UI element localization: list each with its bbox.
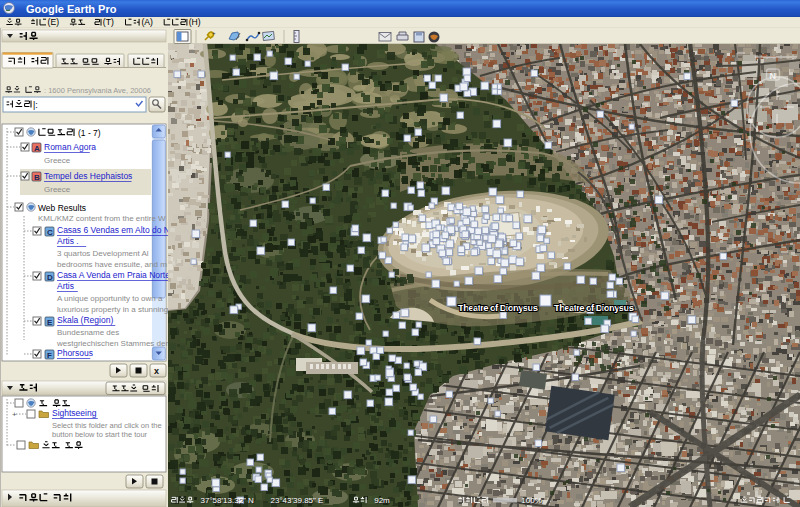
svg-text:+: + <box>212 30 216 36</box>
svg-text:D: D <box>47 273 53 282</box>
svg-text:A unique opportunity to own a: A unique opportunity to own a <box>57 294 163 303</box>
svg-text:A: A <box>34 144 40 153</box>
svg-text:Artis .: Artis . <box>57 236 79 246</box>
svg-text:: 1600 Pennsylvania Ave, 20006: : 1600 Pennsylvania Ave, 20006 <box>44 86 151 95</box>
svg-text:3 quartos Development Al: 3 quartos Development Al <box>57 249 149 258</box>
svg-text:23°43'39.85" E: 23°43'39.85" E <box>271 496 324 505</box>
svg-text:F: F <box>47 351 52 360</box>
svg-text:Theatre of Dionysus: Theatre of Dionysus <box>458 302 538 313</box>
svg-text:Greece: Greece <box>44 185 71 194</box>
svg-text:Casas 6 Vendas em Alto do Num.: Casas 6 Vendas em Alto do Num. <box>57 225 184 235</box>
svg-text:bedrooms have ensuite, and m: bedrooms have ensuite, and m <box>57 260 167 269</box>
svg-text:Phorsous: Phorsous <box>57 348 93 358</box>
svg-text:Greece: Greece <box>44 156 71 165</box>
svg-text:|:: |: <box>33 100 38 110</box>
svg-text:westgriechischen Stammes der: westgriechischen Stammes der <box>56 339 168 348</box>
svg-text:KML/KMZ content from the entir: KML/KMZ content from the entire W <box>38 214 166 223</box>
svg-text:Tempel des Hephaistos: Tempel des Hephaistos <box>44 171 132 181</box>
svg-text:(H): (H) <box>189 17 201 27</box>
svg-text:Casa A Venda em Praia Norte: Casa A Venda em Praia Norte <box>57 270 170 280</box>
svg-text:Bundesname des: Bundesname des <box>57 328 119 337</box>
svg-text:Web Results: Web Results <box>38 203 86 213</box>
svg-text:E: E <box>47 318 53 327</box>
svg-text:100%: 100% <box>521 496 541 505</box>
svg-text:B: B <box>34 173 40 182</box>
svg-text:(A): (A) <box>142 17 154 27</box>
svg-text:+: + <box>12 410 17 419</box>
svg-text:Theatre of Dionysus: Theatre of Dionysus <box>554 302 634 313</box>
svg-text:luxurious property in a stunni: luxurious property in a stunning <box>57 305 168 314</box>
svg-text:(1 - 7): (1 - 7) <box>78 128 101 138</box>
svg-text:Artis: Artis <box>57 281 74 291</box>
svg-text:button below to start the tour: button below to start the tour <box>52 430 148 439</box>
svg-text:92m: 92m <box>374 496 390 505</box>
svg-text:Roman Agora: Roman Agora <box>44 142 96 152</box>
svg-text:Sightseeing: Sightseeing <box>52 408 97 418</box>
svg-text:x: x <box>154 366 159 376</box>
svg-text:(T): (T) <box>103 17 114 27</box>
svg-text:Select this folder and click o: Select this folder and click on the <box>52 421 162 430</box>
svg-text:37°58'13.32" N: 37°58'13.32" N <box>201 496 255 505</box>
svg-text:(E): (E) <box>48 17 60 27</box>
svg-text:N: N <box>770 71 777 81</box>
svg-text:C: C <box>47 228 53 237</box>
svg-text:Skala (Region): Skala (Region) <box>57 315 113 325</box>
svg-text:Google Earth Pro: Google Earth Pro <box>26 3 117 15</box>
